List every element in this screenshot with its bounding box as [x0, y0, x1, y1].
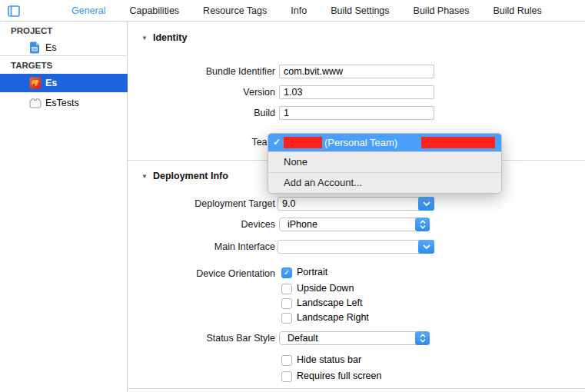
hide-status-bar-label: Hide status bar — [297, 354, 361, 366]
chevron-down-icon[interactable] — [418, 197, 434, 211]
team-menu-selected-item[interactable]: ✓ (Personal Team) — [268, 134, 501, 151]
version-label: Version — [128, 85, 275, 99]
main-interface-label: Main Interface — [128, 240, 275, 254]
orientation-portrait-row: ✓ Portrait — [281, 267, 327, 278]
version-field[interactable]: 1.03 — [279, 85, 434, 99]
bundle-identifier-label: Bundle Identifier — [128, 65, 275, 78]
disclosure-triangle-icon[interactable]: ▼ — [141, 35, 148, 42]
standard-editor-icon[interactable] — [8, 5, 20, 19]
devices-value: iPhone — [288, 218, 317, 231]
tab-build-settings[interactable]: Build Settings — [331, 0, 389, 22]
deployment-target-value: 9.0 — [282, 198, 295, 211]
upside-down-label: Upside Down — [297, 283, 354, 294]
project-targets-sidebar: PROJECT Es TARGETS — [0, 22, 128, 392]
tab-resource-tags[interactable]: Resource Tags — [203, 0, 267, 22]
deployment-header-label: Deployment Info — [153, 171, 228, 181]
tab-general[interactable]: General — [71, 0, 105, 22]
orientation-upside-down-row: Upside Down — [281, 283, 354, 294]
sidebar-divider — [0, 55, 128, 56]
chevron-up-down-icon[interactable] — [415, 218, 430, 231]
main-interface-combobox[interactable] — [278, 240, 434, 254]
chevron-down-icon[interactable] — [418, 240, 434, 254]
redaction-block — [284, 137, 322, 148]
hide-status-bar-row: Hide status bar — [281, 354, 361, 366]
deployment-target-label: Deployment Target — [128, 197, 275, 211]
bundle-identifier-field[interactable]: com.bvit.www — [279, 65, 434, 78]
device-orientation-label: Device Orientation — [128, 267, 275, 281]
orientation-landscape-left-row: Landscape Left — [281, 297, 363, 309]
upside-down-checkbox[interactable] — [281, 284, 292, 294]
hide-status-bar-checkbox[interactable] — [281, 355, 292, 366]
build-field[interactable]: 1 — [279, 106, 434, 120]
tab-capabilities[interactable]: Capabilities — [129, 0, 179, 22]
sidebar-item-project-es[interactable]: Es — [0, 38, 128, 57]
target-tests-label: EsTests — [45, 98, 79, 108]
target-item-label: Es — [45, 78, 57, 88]
tab-info[interactable]: Info — [291, 0, 307, 22]
tab-build-phases[interactable]: Build Phases — [414, 0, 470, 22]
portrait-label: Portrait — [297, 267, 327, 278]
project-section-header: PROJECT — [11, 26, 52, 35]
settings-tabs: General Capabilities Resource Tags Info … — [71, 0, 542, 22]
chevron-up-down-icon[interactable] — [415, 331, 430, 345]
tab-build-rules[interactable]: Build Rules — [494, 0, 542, 22]
disclosure-triangle-icon[interactable]: ▼ — [141, 173, 148, 180]
editor-tab-bar: General Capabilities Resource Tags Info … — [0, 0, 585, 22]
team-menu-item-none[interactable]: None — [268, 152, 501, 172]
sidebar-item-target-estests[interactable]: EsTests — [0, 94, 128, 112]
test-bundle-icon — [29, 97, 42, 109]
deployment-info-section-header[interactable]: ▼Deployment Info — [141, 171, 228, 181]
landscape-right-label: Landscape Right — [297, 312, 369, 324]
personal-team-label: (Personal Team) — [324, 134, 397, 151]
project-document-icon — [29, 42, 42, 54]
redaction-block — [421, 137, 495, 148]
landscape-left-checkbox[interactable] — [281, 298, 292, 309]
app-target-icon — [29, 77, 42, 89]
landscape-right-checkbox[interactable] — [281, 313, 292, 324]
status-bar-style-label: Status Bar Style — [128, 331, 275, 345]
section-divider — [128, 388, 585, 389]
team-label: Team — [128, 135, 275, 149]
deployment-target-combobox[interactable]: 9.0 — [278, 197, 434, 211]
requires-full-screen-row: Requires full screen — [281, 370, 381, 382]
status-bar-style-popup[interactable]: Default — [279, 331, 430, 345]
general-settings-pane: ▼Identity Bundle Identifier com.bvit.www… — [128, 22, 585, 392]
devices-label: Devices — [128, 218, 275, 231]
targets-section-header: TARGETS — [11, 61, 52, 70]
checkmark-icon: ✓ — [273, 137, 281, 148]
status-bar-style-value: Default — [288, 332, 318, 345]
devices-popup[interactable]: iPhone — [279, 218, 430, 231]
project-item-label: Es — [45, 42, 57, 53]
team-menu-item-add-account[interactable]: Add an Account... — [268, 173, 501, 193]
requires-full-screen-checkbox[interactable] — [281, 371, 292, 382]
sidebar-item-target-es[interactable]: Es — [0, 74, 128, 92]
team-dropdown-menu: ✓ (Personal Team) None Add an Account... — [268, 133, 502, 194]
landscape-left-label: Landscape Left — [297, 297, 363, 309]
build-label: Build — [128, 106, 275, 120]
portrait-checkbox[interactable]: ✓ — [281, 267, 292, 278]
orientation-landscape-right-row: Landscape Right — [281, 312, 369, 324]
identity-section-header[interactable]: ▼Identity — [141, 32, 187, 43]
requires-full-screen-label: Requires full screen — [297, 370, 381, 382]
identity-header-label: Identity — [153, 32, 187, 43]
